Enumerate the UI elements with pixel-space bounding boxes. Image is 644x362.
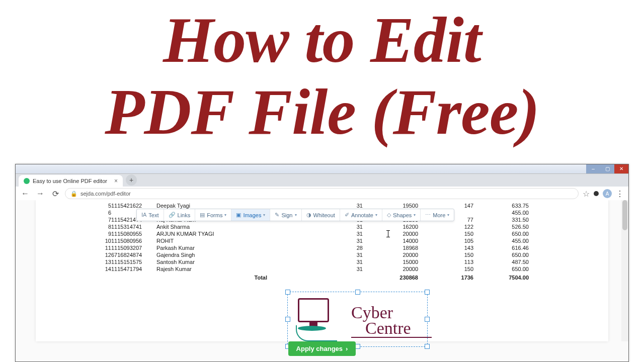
table-row: 141115471794Rajesh Kumar3120000150650.00: [81, 265, 529, 273]
cell-name: Santosh Kumar: [156, 258, 282, 265]
headline-line2: PDF File (Free): [0, 76, 644, 148]
cell-amount: 20000: [363, 230, 418, 237]
chevron-down-icon: ▾: [224, 213, 226, 217]
image-icon: ▣: [236, 212, 241, 218]
cell-id: 1115314741: [111, 223, 156, 230]
tab-close-icon[interactable]: ×: [114, 177, 118, 185]
favicon-icon: [24, 178, 30, 184]
cell-total: 526.50: [473, 223, 529, 230]
vertical-scrollbar[interactable]: [621, 200, 628, 341]
toolbar-text-button[interactable]: ꓲAText: [137, 209, 164, 221]
table-row: 51115421622Deepak Tyagi3119500147633.75: [81, 202, 529, 209]
cell-total: 455.00: [473, 237, 529, 244]
cell-amount: 14000: [363, 237, 418, 244]
nav-forward-button[interactable]: →: [35, 188, 46, 199]
browser-tab[interactable]: Easy to use Online PDF editor ×: [19, 175, 123, 187]
bookmark-star-icon[interactable]: ☆: [583, 189, 590, 199]
cell-id: 1115080956: [111, 237, 156, 244]
total-label: Total: [156, 273, 282, 281]
total-t: 7504.00: [473, 273, 529, 281]
extension-icon[interactable]: [594, 191, 599, 196]
menu-kebab-icon[interactable]: ⋮: [616, 189, 624, 199]
annotate-icon: ✐: [345, 212, 349, 218]
cell-col-b: 150: [418, 251, 473, 258]
cell-total: 633.75: [473, 202, 529, 209]
nav-reload-button[interactable]: ⟳: [50, 188, 61, 199]
cell-days: 31: [282, 230, 363, 237]
toolbar-shapes-button[interactable]: ◇Shapes▾: [382, 209, 421, 221]
text-icon: ꓲA: [141, 212, 146, 218]
logo-cable-icon: [296, 325, 337, 341]
toolbar-forms-button[interactable]: ▤Forms▾: [195, 209, 231, 221]
cell-amount: 15000: [363, 258, 418, 265]
tab-bar: Easy to use Online PDF editor × +: [16, 174, 628, 187]
cell-days: 31: [282, 237, 363, 244]
table-row: 101115080956ROHIT3114000105455.00: [81, 237, 529, 244]
cell-name: Parkash Kumar: [156, 244, 282, 251]
cell-name: Ankit Sharma: [156, 223, 282, 230]
row-number: 14: [81, 265, 111, 273]
cell-days: 31: [282, 223, 363, 230]
toolbar-sign-button[interactable]: ✎Sign▾: [270, 209, 301, 221]
toolbar-annotate-button[interactable]: ✐Annotate▾: [340, 209, 382, 221]
cell-total: 650.00: [473, 230, 529, 237]
toolbar-more-button[interactable]: ⋯More▾: [421, 209, 454, 221]
cell-amount: 20000: [363, 265, 418, 273]
whiteout-icon: ◑: [306, 212, 311, 218]
resize-handle[interactable]: [425, 290, 430, 295]
apply-bar: Apply changes ›: [16, 341, 628, 361]
chevron-down-icon: ▾: [263, 213, 265, 217]
image-selection-box[interactable]: Cyber Centre: [287, 292, 428, 347]
row-number: 9: [81, 230, 111, 237]
cell-col-b: 150: [418, 265, 473, 273]
row-number: 12: [81, 251, 111, 258]
cell-col-b: 105: [418, 237, 473, 244]
table-total-row: Total23086817367504.00: [81, 273, 529, 281]
cell-days: 31: [282, 265, 363, 273]
headline-line1: How to Edit: [0, 4, 644, 76]
window-maximize-button[interactable]: ▢: [600, 164, 614, 173]
new-tab-button[interactable]: +: [126, 174, 137, 186]
chevron-right-icon: ›: [346, 345, 348, 352]
cell-name: Rajesh Kumar: [156, 265, 282, 273]
chevron-down-icon: ▾: [375, 213, 377, 217]
cell-name: Gajendra Singh: [156, 251, 282, 258]
cell-total: 455.00: [473, 209, 529, 216]
tab-title: Easy to use Online PDF editor: [33, 178, 107, 184]
link-icon: 🔗: [169, 212, 176, 218]
chevron-down-icon: ▾: [295, 213, 297, 217]
cell-days: 31: [282, 251, 363, 258]
window-close-button[interactable]: ✕: [614, 164, 628, 173]
more-icon: ⋯: [425, 212, 431, 218]
editor-toolbar: ꓲAText 🔗Links ▤Forms▾ ▣Images▾ ✎Sign▾ ◑W…: [136, 209, 454, 221]
scrollbar-thumb[interactable]: [622, 200, 627, 230]
pdf-sheet[interactable]: 51115421622Deepak Tyagi3119500147633.756…: [36, 200, 608, 341]
logo-text: Cyber Centre: [351, 305, 432, 338]
cell-col-b: 122: [418, 223, 473, 230]
cell-id: 1115471794: [111, 265, 156, 273]
nav-back-button[interactable]: ←: [20, 188, 31, 199]
cell-id: 1115421622: [111, 202, 156, 209]
logo-line1: Cyber: [351, 305, 432, 321]
cell-name: ROHIT: [156, 237, 282, 244]
cell-id: 1115080955: [111, 230, 156, 237]
window-minimize-button[interactable]: –: [586, 164, 600, 173]
table-row: 111115093207Parkash Kumar2818968143616.4…: [81, 244, 529, 251]
chevron-down-icon: ▾: [414, 213, 416, 217]
chevron-down-icon: ▾: [447, 213, 449, 217]
apply-changes-button[interactable]: Apply changes ›: [288, 341, 356, 356]
window-titlebar: – ▢ ✕: [16, 164, 628, 174]
toolbar-images-button[interactable]: ▣Images▾: [231, 209, 270, 221]
resize-handle[interactable]: [285, 290, 290, 295]
address-bar[interactable]: 🔒 sejda.com/pdf-editor: [65, 188, 579, 199]
resize-handle[interactable]: [355, 290, 360, 295]
resize-handle[interactable]: [285, 317, 290, 322]
cell-id: 1115093207: [111, 244, 156, 251]
inserted-image[interactable]: Cyber Centre: [291, 295, 424, 343]
headline: How to Edit PDF File (Free): [0, 0, 644, 148]
cell-name: ARJUN KUMAR TYAGI: [156, 230, 282, 237]
cell-total: 331.50: [473, 216, 529, 223]
toolbar-whiteout-button[interactable]: ◑Whiteout: [302, 209, 340, 221]
toolbar-links-button[interactable]: 🔗Links: [164, 209, 196, 221]
profile-avatar[interactable]: A: [603, 189, 612, 198]
